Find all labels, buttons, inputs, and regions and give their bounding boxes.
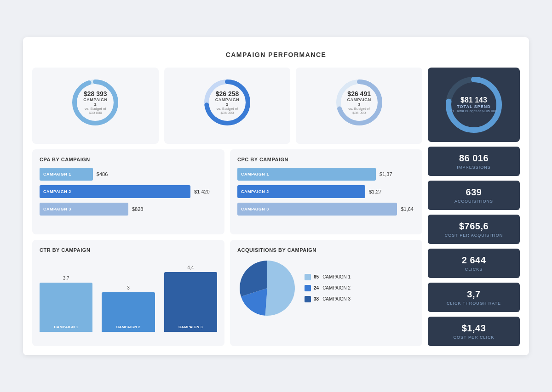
hbar-track-1: CAMPAIGN 2	[40, 185, 190, 198]
hbar-value-0: $486	[97, 171, 108, 177]
hbar-row-0: CAMPAIGN 1$1,37	[237, 168, 415, 181]
donut-sublabel-3: vs. Budget of $36 000	[345, 107, 373, 115]
stat-value-4: 3,7	[432, 289, 515, 300]
donut-label-1: CAMPAIGN 1	[81, 97, 109, 107]
middle-row: CPA BY CAMPAIGN CAMPAIGN 1$486CAMPAIGN 2…	[32, 149, 422, 234]
vbar-1: CAMPAIGN 2	[102, 292, 155, 332]
campaign-card-2: $26 258CAMPAIGN 2vs. Budget of $36 000	[164, 68, 291, 144]
hbar-value-2: $1,64	[401, 206, 414, 212]
vbar-item-0: 3,7CAMPAIGN 1	[40, 276, 92, 332]
stat-value-2: $765,6	[432, 221, 515, 232]
total-label: TOTAL SPEND	[450, 104, 497, 109]
main-grid: $28 393CAMPAIGN 1vs. Budget of $30 000$2…	[32, 68, 520, 346]
stat-value-0: 86 016	[432, 153, 515, 164]
cpa-card: CPA BY CAMPAIGN CAMPAIGN 1$486CAMPAIGN 2…	[32, 149, 224, 234]
cpc-bar-list: CAMPAIGN 1$1,37CAMPAIGN 2$1,27CAMPAIGN 3…	[237, 168, 415, 216]
bottom-row: CTR BY CAMPAIGN 3,7CAMPAIGN 13CAMPAIGN 2…	[32, 240, 422, 346]
hbar-row-1: CAMPAIGN 2$1,27	[237, 185, 415, 198]
stat-value-5: $1,43	[432, 323, 515, 334]
vbar-name-1: CAMPAIGN 2	[116, 325, 141, 329]
total-amount: $81 143	[450, 96, 497, 104]
legend-item-2: 38CAMPAIGN 3	[305, 296, 351, 302]
legend-label-0: CAMPAIGN 1	[322, 274, 351, 279]
hbar-track-2: CAMPAIGN 3	[237, 203, 397, 216]
stat-label-3: CLICKS	[432, 267, 515, 272]
ctr-title: CTR BY CAMPAIGN	[40, 247, 217, 253]
stat-label-2: COST PER ACQUISITION	[432, 233, 515, 238]
legend-num-0: 65	[314, 274, 319, 279]
donut-label-2: CAMPAIGN 2	[213, 97, 241, 107]
stat-value-3: 2 644	[432, 255, 515, 266]
ctr-card: CTR BY CAMPAIGN 3,7CAMPAIGN 13CAMPAIGN 2…	[32, 240, 224, 346]
stat-label-1: ACCOUISITIONS	[432, 199, 515, 204]
pie-legend: 65CAMPAIGN 124CAMPAIGN 238CAMPAIGN 3	[305, 274, 351, 302]
vbar-2: CAMPAIGN 3	[164, 272, 217, 332]
hbar-track-1: CAMPAIGN 2	[237, 185, 365, 198]
hbar-value-2: $828	[132, 206, 143, 212]
pie-chart	[237, 258, 297, 318]
vbar-value-label-2: 4,4	[187, 265, 194, 270]
legend-dot-0	[305, 274, 311, 280]
hbar-row-0: CAMPAIGN 1$486	[40, 168, 217, 181]
stat-card-4: 3,7CLICK THROUGH RATE	[428, 283, 520, 312]
left-column: $28 393CAMPAIGN 1vs. Budget of $30 000$2…	[32, 68, 422, 346]
stat-value-1: 639	[432, 187, 515, 198]
acquisitions-card: ACQUISITIONS BY CAMPAIGN 65CAMPAIGN 124C…	[230, 240, 422, 346]
donut-label-3: CAMPAIGN 3	[345, 97, 373, 107]
legend-dot-2	[305, 296, 311, 302]
legend-num-2: 38	[314, 296, 319, 301]
cpc-card: CPC BY CAMPAIGN CAMPAIGN 1$1,37CAMPAIGN …	[230, 149, 422, 234]
donut-sublabel-1: vs. Budget of $30 000	[81, 107, 109, 115]
vbar-name-0: CAMPAIGN 1	[54, 325, 78, 329]
cpa-title: CPA BY CAMPAIGN	[40, 157, 217, 162]
hbar-value-0: $1,37	[380, 171, 392, 177]
vbar-value-label-1: 3	[127, 285, 130, 290]
dashboard: CAMPAIGN PERFORMANCE $28 393CAMPAIGN 1vs…	[23, 37, 529, 355]
stat-card-3: 2 644CLICKS	[428, 249, 520, 278]
campaign-card-1: $28 393CAMPAIGN 1vs. Budget of $30 000	[32, 68, 159, 144]
donut-container-1: $28 393CAMPAIGN 1vs. Budget of $30 000	[68, 75, 123, 130]
page-title: CAMPAIGN PERFORMANCE	[32, 46, 520, 68]
ctr-bars: 3,7CAMPAIGN 13CAMPAIGN 24,4CAMPAIGN 3	[40, 258, 217, 332]
stat-card-0: 86 016IMPRESSIONS	[428, 147, 520, 176]
vbar-0: CAMPAIGN 1	[40, 283, 92, 332]
stat-card-1: 639ACCOUISITIONS	[428, 181, 520, 210]
legend-dot-1	[305, 285, 311, 291]
stat-label-0: IMPRESSIONS	[432, 165, 515, 170]
hbar-track-0: CAMPAIGN 1	[40, 168, 93, 181]
hbar-track-2: CAMPAIGN 3	[40, 203, 128, 216]
donut-amount-2: $26 258	[213, 90, 241, 97]
hbar-track-0: CAMPAIGN 1	[237, 168, 376, 181]
pie-container: 65CAMPAIGN 124CAMPAIGN 238CAMPAIGN 3	[237, 258, 415, 318]
vbar-name-2: CAMPAIGN 3	[178, 325, 203, 329]
cpc-title: CPC BY CAMPAIGN	[237, 157, 415, 162]
donut-amount-3: $26 491	[345, 90, 373, 97]
hbar-value-1: $1 420	[194, 189, 210, 194]
legend-item-1: 24CAMPAIGN 2	[305, 285, 351, 291]
stat-label-4: CLICK THROUGH RATE	[432, 301, 515, 306]
top-row: $28 393CAMPAIGN 1vs. Budget of $30 000$2…	[32, 68, 422, 144]
donut-center-3: $26 491CAMPAIGN 3vs. Budget of $36 000	[345, 90, 373, 115]
total-donut-center: $81 143 TOTAL SPEND vs. Total Budget of …	[450, 96, 497, 113]
total-spend-card: $81 143 TOTAL SPEND vs. Total Budget of …	[428, 68, 520, 142]
campaign-card-3: $26 491CAMPAIGN 3vs. Budget of $36 000	[296, 68, 422, 144]
hbar-row-1: CAMPAIGN 2$1 420	[40, 185, 217, 198]
hbar-row-2: CAMPAIGN 3$828	[40, 203, 217, 216]
donut-container-3: $26 491CAMPAIGN 3vs. Budget of $36 000	[332, 75, 387, 130]
donut-center-1: $28 393CAMPAIGN 1vs. Budget of $30 000	[81, 90, 109, 115]
cpa-bar-list: CAMPAIGN 1$486CAMPAIGN 2$1 420CAMPAIGN 3…	[40, 168, 217, 216]
donut-sublabel-2: vs. Budget of $36 000	[213, 107, 241, 115]
stat-label-5: COST PER CLICK	[432, 335, 515, 340]
acquisitions-title: ACQUISITIONS BY CAMPAIGN	[237, 247, 415, 253]
total-donut-container: $81 143 TOTAL SPEND vs. Total Budget of …	[444, 75, 504, 135]
total-sublabel: vs. Total Budget of $105 000	[450, 109, 497, 113]
stat-card-2: $765,6COST PER ACQUISITION	[428, 215, 520, 244]
stat-card-5: $1,43COST PER CLICK	[428, 317, 520, 346]
donut-amount-1: $28 393	[81, 90, 109, 97]
stat-cards: 86 016IMPRESSIONS639ACCOUISITIONS$765,6C…	[428, 147, 520, 346]
vbar-item-1: 3CAMPAIGN 2	[102, 285, 155, 332]
right-column: $81 143 TOTAL SPEND vs. Total Budget of …	[428, 68, 520, 346]
hbar-value-1: $1,27	[369, 189, 382, 194]
vbar-item-2: 4,4CAMPAIGN 3	[164, 265, 217, 332]
legend-num-1: 24	[314, 285, 319, 290]
